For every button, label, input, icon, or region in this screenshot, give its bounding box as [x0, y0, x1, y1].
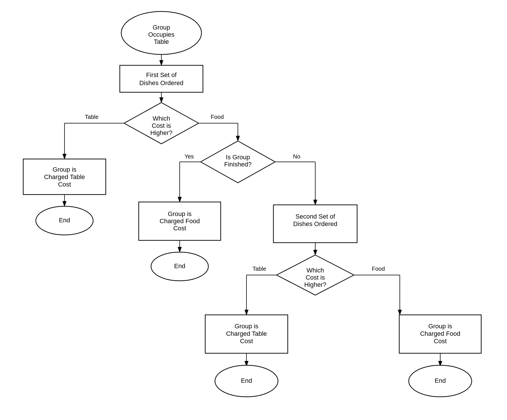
start-label-3: Table — [154, 38, 169, 45]
which-cost-2-label-2: Cost is — [306, 274, 325, 281]
first-dishes-label-1: First Set of — [146, 71, 177, 78]
flowchart: Group Occupies Table First Set of Dishes… — [0, 0, 507, 420]
end-4-label: End — [434, 377, 446, 384]
start-label-1: Group — [152, 24, 170, 31]
food-cost-2-label-3: Cost — [434, 337, 447, 345]
no-label: No — [293, 153, 300, 160]
which-cost-2-label-1: Which — [306, 267, 324, 274]
is-finished-label-2: Finished? — [224, 161, 251, 168]
food-cost-1-label-3: Cost — [173, 225, 186, 232]
which-cost-1-label-3: Higher? — [150, 129, 172, 136]
second-dishes-label-2: Dishes Ordered — [293, 220, 337, 227]
which-cost-1-label-1: Which — [152, 115, 170, 122]
food-cost-2-label-1: Group is — [428, 323, 452, 330]
first-dishes-node — [120, 65, 203, 92]
end-3-label: End — [241, 377, 252, 384]
table-cost-1-label-1: Group is — [52, 166, 76, 173]
is-finished-label-1: Is Group — [226, 154, 250, 161]
table-cost-2-label-1: Group is — [234, 323, 258, 330]
food-cost-1-label-2: Charged Food — [160, 217, 200, 225]
table-cost-2-label-3: Cost — [240, 337, 253, 345]
table-cost-1-label-3: Cost — [58, 181, 71, 188]
start-label-2: Occupies — [148, 31, 175, 38]
table-cost-1-label-2: Charged Table — [44, 173, 85, 180]
first-dishes-label-2: Dishes Ordered — [139, 79, 183, 87]
end-2-label: End — [174, 262, 185, 270]
food-label-1: Food — [211, 114, 224, 120]
table-label-2: Table — [252, 266, 266, 272]
table-label-1: Table — [85, 114, 99, 120]
food-cost-1-label-1: Group is — [168, 210, 191, 217]
food-cost-2-label-2: Charged Food — [420, 330, 461, 337]
food-label-2: Food — [372, 266, 385, 272]
end-1-label: End — [59, 217, 70, 224]
which-cost-2-label-3: Higher? — [304, 281, 326, 288]
which-cost-1-label-2: Cost is — [152, 122, 171, 129]
second-dishes-label-1: Second Set of — [295, 213, 335, 220]
table-cost-2-label-2: Charged Table — [226, 330, 267, 337]
yes-label: Yes — [185, 153, 194, 160]
